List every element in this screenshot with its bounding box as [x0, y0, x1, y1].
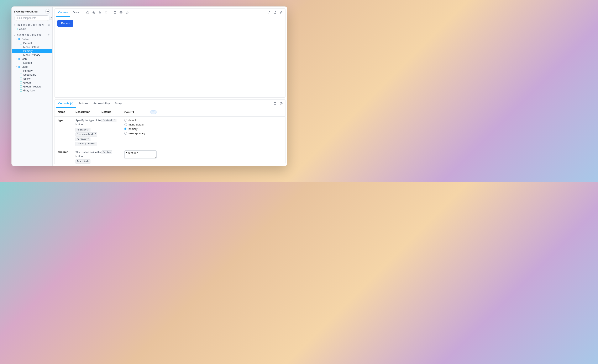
component-icon [18, 58, 20, 60]
prop-control: defaultmenu-defaultprimarymenu-primary [124, 119, 157, 135]
col-name: Name [58, 110, 75, 113]
section-components[interactable]: ▾Components [12, 33, 52, 37]
section-introduction[interactable]: ▾Introduction [12, 23, 52, 27]
addon-close-button[interactable] [278, 101, 284, 107]
zoom-in-button[interactable] [91, 10, 97, 16]
accessibility-icon [120, 11, 123, 14]
refresh-button[interactable] [85, 10, 91, 16]
fullscreen-button[interactable] [266, 10, 272, 16]
addon-orientation-button[interactable] [272, 101, 278, 107]
svg-rect-15 [20, 58, 20, 59]
sidebar-story-secondary[interactable]: Secondary [12, 73, 52, 77]
expand-collapse-icon[interactable] [48, 24, 50, 26]
sidebar-folder-label[interactable]: ▾Label [12, 65, 52, 69]
sidebar-story-primary[interactable]: Primary [12, 49, 52, 53]
addon-tab-actions[interactable]: Actions [76, 99, 91, 108]
story-icon [20, 78, 22, 80]
search-input-wrapper[interactable]: / [14, 15, 50, 21]
svg-line-43 [268, 13, 268, 14]
radio-icon [124, 132, 127, 135]
sidebar-doc-about[interactable]: About [12, 27, 52, 31]
controls-table: Name Description Default Control typeSpe… [54, 108, 285, 164]
addon-tab-story[interactable]: Story [112, 99, 124, 108]
controls-header-row: Name Description Default Control [54, 108, 285, 117]
svg-rect-21 [18, 67, 19, 68]
sidebar-story-green-preview[interactable]: Green Preview [12, 85, 52, 89]
sidebar: @twilight-toolkit/ui / ▾Introduction [12, 7, 53, 166]
addons-pane: Controls (4) Actions Accessibility Story… [54, 99, 285, 164]
svg-line-34 [100, 13, 101, 14]
svg-rect-9 [20, 39, 20, 40]
reset-controls-button[interactable] [150, 110, 157, 114]
prop-name: children [58, 150, 75, 154]
close-icon [280, 102, 282, 105]
canvas-pane: Canvas Docs [54, 8, 285, 98]
sidebar-story-default[interactable]: Default [12, 41, 52, 45]
radio-option-primary[interactable]: primary [124, 127, 157, 130]
addon-tab-controls[interactable]: Controls (4) [56, 99, 76, 108]
addon-tab-accessibility[interactable]: Accessibility [91, 99, 112, 108]
svg-rect-8 [18, 39, 19, 40]
open-isolated-button[interactable] [272, 10, 278, 16]
sidebar-story-green[interactable]: Green [12, 81, 52, 85]
search-shortcut: / [50, 17, 53, 20]
sidebar-story-menu-default[interactable]: Menu Default [12, 45, 52, 49]
svg-rect-17 [20, 59, 20, 60]
svg-rect-5 [16, 28, 18, 30]
search-input[interactable] [17, 17, 48, 20]
link-icon [280, 11, 282, 14]
preview-button-component[interactable]: Button [57, 20, 73, 27]
sidebar-story-primary[interactable]: Primary [12, 69, 52, 73]
story-icon [20, 50, 22, 52]
viewport-icon [114, 11, 116, 14]
accessibility-button[interactable] [118, 10, 124, 16]
sidebar-story-sticky[interactable]: Sticky [12, 77, 52, 81]
svg-rect-28 [20, 89, 22, 92]
story-icon [20, 46, 22, 49]
sidebar-folder-button[interactable]: ▾Button [12, 37, 52, 41]
fullscreen-icon [267, 11, 270, 14]
svg-rect-7 [20, 38, 20, 39]
radio-option-menu-default[interactable]: menu-default [124, 123, 157, 126]
tab-docs[interactable]: Docs [70, 8, 82, 17]
svg-rect-22 [20, 67, 20, 68]
story-icon [20, 89, 22, 92]
main-area: Canvas Docs [53, 7, 287, 166]
tab-canvas[interactable]: Canvas [56, 8, 70, 17]
sidebar-story-default[interactable]: Default [12, 61, 52, 65]
svg-point-0 [47, 11, 47, 12]
radio-option-menu-primary[interactable]: menu-primary [124, 132, 157, 135]
collapse-icon[interactable] [48, 34, 50, 36]
story-icon [20, 42, 22, 44]
sidebar-menu-button[interactable] [45, 9, 50, 14]
control-row-children: childrenThe content inside the buttonRea… [54, 148, 285, 164]
svg-rect-38 [114, 12, 116, 14]
prop-default: "default" [101, 119, 124, 122]
prop-description: The content inside the buttonReactNode [75, 150, 101, 164]
control-textarea[interactable]: "Button" [124, 150, 157, 159]
copy-link-button[interactable] [278, 10, 284, 16]
radio-option-default[interactable]: default [124, 119, 157, 122]
viewport-button[interactable] [112, 10, 118, 16]
sidebar-story-gray-icon[interactable]: Gray Icon [12, 89, 52, 92]
zoom-reset-icon [105, 11, 108, 14]
external-link-icon [274, 11, 276, 14]
story-icon [20, 62, 22, 64]
undo-icon [152, 111, 155, 113]
svg-point-1 [47, 11, 48, 12]
sidebar-folder-icon[interactable]: ▾Icon [12, 57, 52, 61]
prop-description: Specify the type of the button"default" … [75, 119, 101, 146]
chevron-down-icon: ▾ [16, 66, 17, 68]
svg-rect-14 [18, 58, 19, 59]
svg-rect-23 [20, 70, 22, 72]
svg-rect-24 [20, 74, 22, 76]
panel-bottom-icon [274, 102, 276, 105]
zoom-out-button[interactable] [97, 10, 103, 16]
svg-rect-45 [274, 103, 276, 105]
sidebar-story-menu-primary[interactable]: Menu Primary [12, 53, 52, 57]
svg-line-37 [107, 13, 107, 14]
addons-toolbar: Controls (4) Actions Accessibility Story [54, 99, 285, 108]
zoom-reset-button[interactable] [103, 10, 109, 16]
zoom-in-icon [92, 11, 95, 14]
theme-button[interactable] [124, 10, 130, 16]
